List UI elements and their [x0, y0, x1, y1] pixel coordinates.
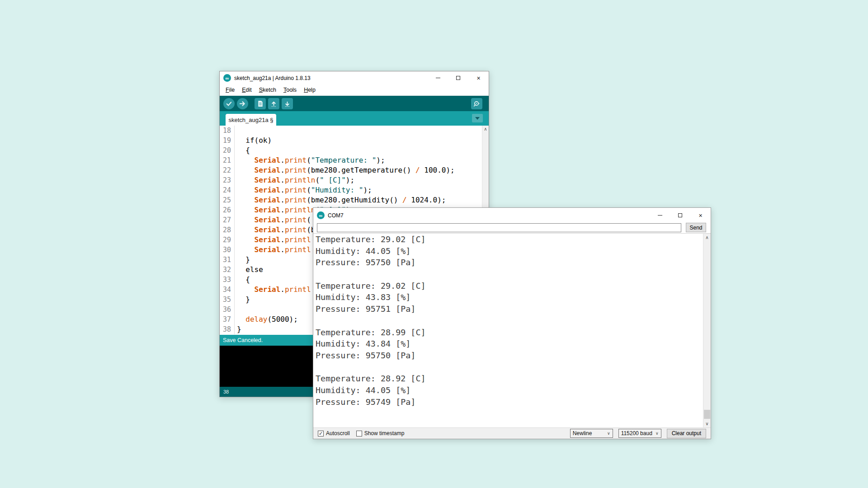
serial-output-line	[316, 268, 703, 280]
line-number: 29	[220, 235, 235, 245]
maximize-icon	[456, 76, 460, 80]
serial-input-row: Send	[313, 223, 711, 233]
serial-output-line: Humidity: 44.05 [%]	[316, 245, 703, 257]
arduino-caption-buttons: ×	[428, 71, 489, 84]
serial-titlebar[interactable]: ∞ COM7 ×	[313, 208, 711, 223]
serial-monitor-button[interactable]	[471, 98, 482, 109]
serial-output-line: Humidity: 44.05 [%]	[316, 385, 703, 396]
serial-output-line: Temperature: 29.02 [C]	[316, 280, 703, 292]
verify-button[interactable]	[223, 98, 235, 109]
save-sketch-button[interactable]	[282, 98, 293, 109]
close-button[interactable]: ×	[690, 208, 711, 223]
show-timestamp-checkbox[interactable]	[356, 431, 362, 436]
line-number: 18	[220, 126, 235, 136]
line-number: 35	[220, 295, 235, 305]
code-line: 19 if(ok)	[220, 136, 489, 145]
maximize-icon	[678, 213, 682, 217]
line-number: 37	[220, 314, 235, 324]
code-line: 23 Serial.println(" [C]");	[220, 175, 489, 185]
menu-item-edit[interactable]: Edit	[238, 85, 255, 94]
arrow-up-icon	[270, 100, 277, 107]
show-timestamp-label: Show timestamp	[364, 430, 405, 436]
line-number: 30	[220, 245, 235, 255]
close-icon: ×	[476, 75, 480, 81]
baud-rate-value: 115200 baud	[621, 430, 652, 436]
arduino-titlebar[interactable]: ∞ sketch_aug21a | Arduino 1.8.13 ×	[220, 71, 489, 84]
line-ending-value: Newline	[573, 430, 592, 436]
serial-output-line: Pressure: 95751 [Pa]	[316, 303, 703, 315]
line-number: 22	[220, 165, 235, 175]
line-number: 20	[220, 145, 235, 155]
serial-caption-buttons: ×	[650, 208, 711, 223]
line-ending-select[interactable]: Newline ∨	[570, 429, 613, 438]
serial-output-line: Humidity: 43.84 [%]	[316, 338, 703, 350]
scrollbar-thumb[interactable]	[704, 410, 710, 419]
code-line: 22 Serial.print(bme280.getTemperature() …	[220, 165, 489, 175]
line-number: 23	[220, 175, 235, 185]
menu-item-help[interactable]: Help	[300, 85, 319, 94]
tab-bar: sketch_aug21a §	[220, 111, 489, 126]
code-line: 21 Serial.print("Temperature: ");	[220, 155, 489, 165]
serial-input-field[interactable]	[317, 223, 681, 232]
serial-output-line: Pressure: 95749 [Pa]	[316, 396, 703, 408]
maximize-button[interactable]	[670, 208, 690, 223]
serial-output-line: Pressure: 95750 [Pa]	[316, 350, 703, 361]
serial-bottom-bar: ✓ Autoscroll Show timestamp Newline ∨ 11…	[313, 427, 711, 439]
menu-item-tools[interactable]: Tools	[280, 85, 300, 94]
serial-output-line: Temperature: 28.92 [C]	[316, 373, 703, 385]
line-number: 38	[220, 324, 235, 334]
magnifier-icon	[473, 100, 481, 107]
chevron-down-icon: ∨	[656, 431, 659, 436]
arduino-logo-icon: ∞	[223, 74, 231, 82]
check-icon	[226, 100, 232, 107]
line-number: 31	[220, 255, 235, 265]
upload-button[interactable]	[237, 98, 248, 109]
autoscroll-label: Autoscroll	[326, 430, 350, 436]
menu-item-file[interactable]: File	[222, 85, 238, 94]
line-number: 19	[220, 136, 235, 145]
scroll-up-icon[interactable]: ∧	[703, 235, 711, 240]
cursor-line-indicator: 38	[223, 389, 229, 394]
menu-bar: FileEditSketchToolsHelp	[220, 84, 489, 96]
maximize-button[interactable]	[448, 71, 468, 84]
line-number: 36	[220, 305, 235, 314]
open-sketch-button[interactable]	[268, 98, 279, 109]
serial-scrollbar[interactable]: ∧ ∨	[703, 233, 711, 427]
scroll-up-icon[interactable]: ∧	[482, 127, 489, 131]
minimize-button[interactable]	[428, 71, 448, 84]
menu-item-sketch[interactable]: Sketch	[255, 85, 280, 94]
arrow-right-icon	[239, 100, 246, 107]
chevron-down-icon: ∨	[607, 431, 610, 436]
minimize-button[interactable]	[650, 208, 670, 223]
arduino-window-title: sketch_aug21a | Arduino 1.8.13	[234, 75, 311, 81]
close-icon: ×	[698, 212, 702, 219]
chevron-down-icon	[475, 117, 480, 120]
serial-output-line: Pressure: 95750 [Pa]	[316, 257, 703, 268]
arrow-down-icon	[284, 100, 291, 107]
serial-output-line: Temperature: 29.02 [C]	[316, 234, 703, 245]
autoscroll-checkbox[interactable]: ✓	[318, 431, 324, 436]
close-button[interactable]: ×	[468, 71, 489, 84]
tab-list-button[interactable]	[472, 114, 483, 122]
minimize-icon	[658, 215, 662, 216]
serial-output-line: Temperature: 28.99 [C]	[316, 327, 703, 338]
serial-monitor-window: ∞ COM7 × Send Temperature: 29.02 [C]Humi…	[313, 207, 711, 439]
line-number: 34	[220, 285, 235, 295]
baud-rate-select[interactable]: 115200 baud ∨	[618, 429, 661, 438]
scroll-down-icon[interactable]: ∨	[703, 421, 711, 426]
code-line: 20 {	[220, 145, 489, 155]
line-number: 26	[220, 205, 235, 215]
tab-sketch-aug21a[interactable]: sketch_aug21a §	[226, 114, 276, 126]
code-line: 24 Serial.print("Humidity: ");	[220, 185, 489, 195]
serial-output-area[interactable]: Temperature: 29.02 [C]Humidity: 44.05 [%…	[313, 233, 703, 427]
line-number: 27	[220, 215, 235, 225]
send-button[interactable]: Send	[686, 223, 706, 232]
new-sketch-button[interactable]	[255, 98, 266, 109]
clear-output-button[interactable]: Clear output	[667, 429, 706, 438]
serial-output-line	[316, 315, 703, 327]
line-number: 28	[220, 225, 235, 235]
desktop-background: ∞ sketch_aug21a | Arduino 1.8.13 × FileE…	[0, 0, 868, 488]
line-number: 32	[220, 265, 235, 275]
serial-output-line: Humidity: 43.83 [%]	[316, 291, 703, 303]
serial-window-title: COM7	[328, 212, 344, 219]
